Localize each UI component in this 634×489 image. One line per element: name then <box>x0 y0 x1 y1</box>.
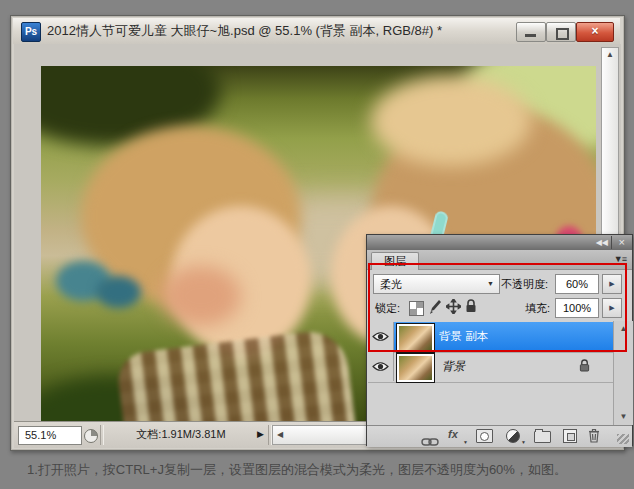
minimize-button[interactable] <box>516 22 546 42</box>
close-button[interactable]: × <box>576 22 614 42</box>
screenshot-root: Ps 2012情人节可爱儿童 大眼仔~旭.psd @ 55.1% (背景 副本,… <box>0 0 634 489</box>
delete-layer-icon[interactable] <box>588 428 600 447</box>
panel-header-bar[interactable]: ◀◀ × <box>367 235 632 250</box>
close-panel-icon[interactable]: × <box>619 235 625 250</box>
chevron-down-icon: ▼ <box>463 439 468 445</box>
layer-style-icon[interactable]: fx <box>448 428 458 440</box>
scroll-up-icon[interactable]: ▲ <box>614 324 633 334</box>
tutorial-caption: 1.打开照片，按CTRL+J复制一层，设置图层的混合模式为柔光，图层不透明度为6… <box>27 461 567 479</box>
status-menu-arrow[interactable]: ▶ <box>257 426 264 443</box>
fill-stepper-button[interactable]: ▶ <box>602 298 622 318</box>
document-status-icon <box>84 429 98 443</box>
layer-lock-icon <box>579 359 590 377</box>
collapse-panel-icon[interactable]: ◀◀ <box>596 235 608 250</box>
layer-thumbnail[interactable] <box>397 324 434 352</box>
fill-input[interactable]: 100% <box>555 298 599 318</box>
layer-list-scrollbar[interactable]: ▲ ▼ <box>613 321 633 425</box>
visibility-toggle[interactable] <box>368 352 394 381</box>
layers-panel: ◀◀ × 图层 ▼≡ 柔光 ▼ 不透明度: 60% ▶ 锁定: <box>366 234 633 446</box>
boy-plaid-shirt <box>115 327 357 421</box>
maximize-icon <box>556 28 569 40</box>
minimize-icon <box>525 34 536 37</box>
document-size-info: 文档:1.91M/3.81M <box>106 426 256 443</box>
lock-pixels-brush-icon[interactable] <box>428 299 442 315</box>
window-titlebar[interactable]: Ps 2012情人节可爱儿童 大眼仔~旭.psd @ 55.1% (背景 副本,… <box>13 18 620 44</box>
divider <box>100 425 104 445</box>
tab-layers[interactable]: 图层 <box>371 252 419 270</box>
blend-mode-value: 柔光 <box>380 275 402 293</box>
opacity-stepper-button[interactable]: ▶ <box>602 274 622 294</box>
teal-object-2 <box>96 276 141 308</box>
lock-all-icon[interactable] <box>465 299 477 314</box>
blend-mode-dropdown[interactable]: 柔光 ▼ <box>373 274 500 294</box>
chevron-down-icon: ▼ <box>487 275 494 293</box>
visibility-toggle[interactable] <box>368 322 394 351</box>
divider <box>611 236 612 249</box>
selected-layer-highlight[interactable]: 背景 副本 <box>394 322 613 351</box>
link-layers-icon[interactable] <box>421 432 439 450</box>
lock-position-move-icon[interactable] <box>446 299 461 314</box>
layer-thumbnail[interactable] <box>397 354 434 382</box>
boy-cheek <box>161 266 241 326</box>
scroll-left-icon[interactable]: ◀ <box>277 430 283 440</box>
maximize-button[interactable] <box>546 22 576 42</box>
panel-menu-icon[interactable]: ▼≡ <box>614 254 626 264</box>
lock-label: 锁定: <box>375 298 400 318</box>
chevron-down-icon: ▼ <box>521 439 526 445</box>
new-group-icon[interactable] <box>534 431 551 443</box>
scroll-down-icon[interactable]: ▼ <box>614 412 633 422</box>
layer-row-background[interactable]: 背景 <box>368 352 613 383</box>
scroll-up-icon[interactable]: ▲ <box>602 50 618 60</box>
panel-resize-grip[interactable] <box>617 434 629 444</box>
girl-hair-highlight <box>371 76 531 166</box>
photoshop-app-icon: Ps <box>21 22 41 42</box>
opacity-label: 不透明度: <box>501 274 548 294</box>
panel-bottom-toolbar: fx ▼ ▼ <box>367 425 632 447</box>
panel-tab-bar: 图层 ▼≡ <box>367 250 632 270</box>
fill-label: 填充: <box>525 298 550 318</box>
opacity-input[interactable]: 60% <box>555 274 599 294</box>
close-icon: × <box>577 23 613 40</box>
zoom-level-input[interactable]: 55.1% <box>18 426 82 445</box>
adjustment-layer-icon[interactable] <box>506 429 520 443</box>
layer-name[interactable]: 背景 <box>442 352 465 381</box>
new-layer-icon[interactable] <box>563 429 577 443</box>
lock-transparency-icon[interactable] <box>409 301 424 316</box>
window-title: 2012情人节可爱儿童 大眼仔~旭.psd @ 55.1% (背景 副本, RG… <box>47 18 442 44</box>
layer-name[interactable]: 背景 副本 <box>439 322 488 351</box>
add-layer-mask-icon[interactable] <box>476 429 493 443</box>
layer-row-background-copy[interactable]: 背景 副本 <box>368 322 613 353</box>
